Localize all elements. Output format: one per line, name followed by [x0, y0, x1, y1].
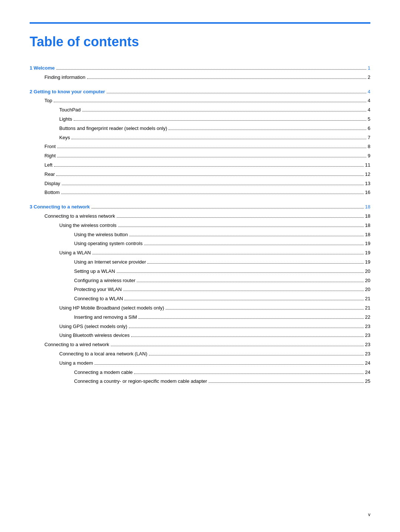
entry-text: Connecting to a WLAN — [74, 295, 123, 303]
toc-entry: Connecting to a WLAN21 — [30, 295, 370, 303]
page-number: 18 — [365, 213, 370, 220]
entry-text: Connecting to a local area network (LAN) — [59, 350, 147, 358]
toc-dots — [209, 382, 363, 383]
page-number: 21 — [365, 295, 370, 303]
entry-text: Setting up a WLAN — [74, 268, 115, 275]
entry-text: Left — [44, 161, 53, 169]
toc-dots — [107, 93, 366, 93]
toc-dots — [144, 245, 364, 245]
toc-dots — [129, 236, 363, 236]
toc-entry: Using GPS (select models only)23 — [30, 323, 370, 331]
page-number: 12 — [365, 171, 370, 178]
page-number: 8 — [368, 143, 370, 151]
toc-dots — [123, 291, 364, 291]
entry-text: Bottom — [44, 189, 60, 197]
toc-dots — [54, 166, 364, 167]
top-border — [30, 22, 370, 24]
page-number: 21 — [365, 304, 370, 312]
page-number: 2 — [368, 74, 370, 81]
page-number: 5 — [368, 116, 370, 123]
toc-entry: Display13 — [30, 180, 370, 188]
page-number: 23 — [365, 341, 370, 349]
entry-text: 3 Connecting to a network — [30, 203, 90, 211]
toc-entry: Connecting to a local area network (LAN)… — [30, 350, 370, 358]
toc-dots — [82, 111, 366, 111]
toc-container: 1 Welcome1Finding information22 Getting … — [30, 64, 370, 385]
page-number: 20 — [365, 286, 370, 294]
entry-text: Lights — [59, 116, 72, 123]
toc-entry: Keys7 — [30, 134, 370, 142]
toc-dots — [54, 102, 366, 102]
entry-text: Connecting a country- or region-specific… — [74, 378, 207, 385]
toc-dots — [61, 194, 363, 194]
toc-entry: Connecting a country- or region-specific… — [30, 378, 370, 385]
toc-entry: Rear12 — [30, 171, 370, 178]
entry-text: Keys — [59, 134, 70, 142]
toc-dots — [87, 78, 366, 79]
toc-entry: Using the wireless controls18 — [30, 222, 370, 230]
page-number: 24 — [365, 359, 370, 367]
entry-text: Using Bluetooth wireless devices — [59, 332, 130, 339]
page-number: 7 — [368, 134, 370, 142]
toc-entry: Using a WLAN19 — [30, 249, 370, 257]
toc-dots — [129, 328, 364, 328]
toc-dots — [131, 337, 363, 337]
toc-dots — [57, 157, 366, 157]
toc-entry: Lights5 — [30, 116, 370, 123]
toc-dots — [111, 346, 364, 346]
entry-text: Connecting to a wireless network — [44, 213, 115, 220]
page-number: 11 — [365, 161, 370, 169]
toc-entry: 2 Getting to know your computer4 — [30, 88, 370, 96]
toc-dots — [149, 355, 364, 355]
toc-entry: Using the wireless button18 — [30, 231, 370, 239]
toc-entry: Front8 — [30, 143, 370, 151]
entry-text: Protecting your WLAN — [74, 286, 122, 294]
page-title: Table of contents — [30, 34, 370, 50]
entry-text: Top — [44, 97, 52, 105]
toc-dots — [124, 300, 363, 300]
page-number: 18 — [365, 222, 370, 230]
toc-entry: Top4 — [30, 97, 370, 105]
toc-entry: Finding information2 — [30, 74, 370, 81]
entry-text: Connecting to a wired network — [44, 341, 109, 349]
page-number: 20 — [365, 277, 370, 285]
toc-entry: Left11 — [30, 161, 370, 169]
toc-entry: Protecting your WLAN20 — [30, 286, 370, 294]
toc-dots — [71, 139, 366, 139]
entry-text: Using operating system controls — [74, 240, 143, 248]
toc-dots — [139, 318, 364, 319]
entry-text: Using GPS (select models only) — [59, 323, 127, 331]
entry-text: Rear — [44, 171, 55, 178]
entry-text: Buttons and fingerprint reader (select m… — [59, 125, 167, 133]
page-number: 23 — [365, 332, 370, 339]
toc-dots — [56, 175, 363, 176]
toc-entry: Using an Internet service provider19 — [30, 258, 370, 266]
entry-text: Using the wireless controls — [59, 222, 117, 230]
toc-entry: Inserting and removing a SIM22 — [30, 314, 370, 321]
toc-dots — [169, 130, 366, 130]
page-number: 24 — [365, 369, 370, 377]
toc-entry: Using HP Mobile Broadband (select models… — [30, 304, 370, 312]
page-number: 4 — [368, 97, 370, 105]
entry-text: 2 Getting to know your computer — [30, 88, 105, 96]
toc-entry: Using a modem24 — [30, 359, 370, 367]
toc-entry: Configuring a wireless router20 — [30, 277, 370, 285]
toc-dots — [117, 272, 364, 273]
entry-text: Display — [44, 180, 60, 188]
page-number: 23 — [365, 323, 370, 331]
entry-text: TouchPad — [59, 106, 81, 114]
toc-entry: TouchPad4 — [30, 106, 370, 114]
entry-text: Right — [44, 152, 56, 160]
page-number: 25 — [365, 378, 370, 385]
page-number: 20 — [365, 268, 370, 275]
toc-entry: Connecting a modem cable24 — [30, 369, 370, 377]
page-number: 4 — [368, 88, 370, 96]
entry-text: Front — [44, 143, 56, 151]
toc-dots — [147, 263, 363, 264]
entry-text: Using HP Mobile Broadband (select models… — [59, 304, 164, 312]
entry-text: Using a WLAN — [59, 249, 91, 257]
page-number: 18 — [365, 203, 370, 211]
toc-entry: Bottom16 — [30, 189, 370, 197]
entry-text: Using the wireless button — [74, 231, 128, 239]
toc-dots — [74, 120, 366, 121]
